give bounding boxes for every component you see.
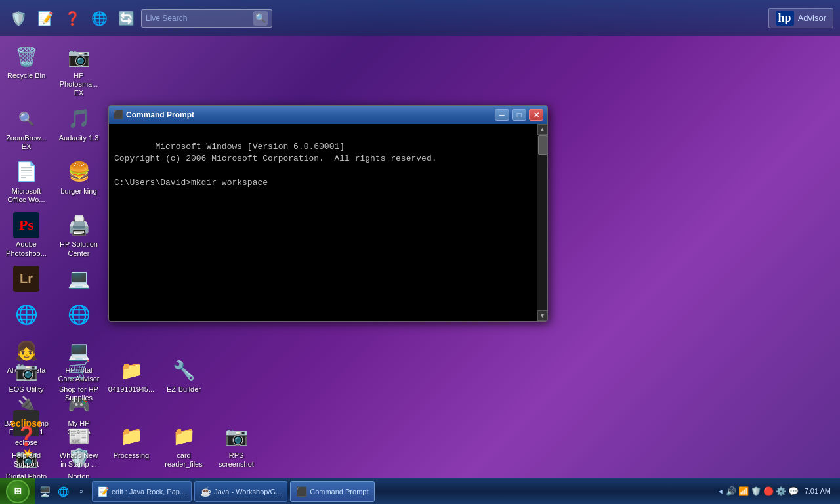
taskbar-cmd-label: Command Prompt [310,488,368,495]
desktop-icon-chrome1[interactable]: 🌐 [0,298,52,334]
notepad-toolbar-icon[interactable]: 📝 [33,7,57,30]
taskbar-arrow[interactable]: » [72,478,91,505]
desktop-icon-hp-photosmart[interactable]: 📷 HP Photosma...EX [52,39,105,102]
desktop-icon-recycle-bin[interactable]: 🗑️ Recycle Bin [0,39,52,102]
adobe-label: AdobePhotoshoo... [6,240,47,257]
top-toolbar: 🛡️ 📝 ❓ 🌐 🔄 🔍 hp Advisor [0,0,840,36]
ez-builder-label: EZ-Builder [167,385,201,394]
desktop-icon-hp-solution[interactable]: 🖨️ HP SolutionCenter [52,208,105,261]
hp-hp-icon: 💻 [66,266,92,292]
ms-office-label: MicrosoftOffice Wo... [7,187,45,204]
cmd-line4: C:\Users\David>mkdir workspace [114,178,268,188]
desktop-icon-rps[interactable]: 📷 RPSscreenshot [210,419,262,472]
tray-icon-5[interactable]: ⚙️ [776,486,786,496]
cmd-title-text: Command Prompt [126,110,492,119]
zoombrowser-label: ZoomBrow...EX [6,134,47,151]
cmd-window: ⬛ Command Prompt ─ □ ✕ Microsoft Windows… [108,105,548,322]
taskbar-java-workshop-button[interactable]: ☕ Java - Workshop/G... [194,481,287,502]
tray-icon-3[interactable]: 🛡️ [751,486,761,496]
taskbar-buttons: 📝 edit : Java Rock, Pap... ☕ Java - Work… [91,478,712,505]
eos-label: EOS Utility [9,385,43,394]
processing-label: Processing [114,452,149,460]
taskbar-java-edit-button[interactable]: 📝 edit : Java Rock, Pap... [92,481,192,502]
desktop-icon-ez-builder[interactable]: 🔧 EZ-Builder [158,353,210,406]
help-support-label: Help andSupport [12,452,41,469]
search-input[interactable] [146,14,238,23]
taskbar-java-edit-icon: 📝 [98,486,109,497]
adobe-icon: Ps [13,212,39,238]
ms-office-icon: 📄 [13,159,39,185]
scroll-down-arrow[interactable]: ▼ [537,310,548,321]
scroll-up-arrow[interactable]: ▲ [537,124,548,135]
desktop-icon-adobe[interactable]: Ps AdobePhotoshoo... [0,208,52,261]
desktop-icon-burger-king[interactable]: 🍔 burger king [52,155,105,208]
desktop-icon-hp-hp[interactable]: 💻 [52,262,105,298]
taskbar-ie-icon[interactable]: 🌐 [54,478,72,505]
desktop-icon-041910[interactable]: 📁 0419101945... [105,353,158,406]
hp-solution-label: HP SolutionCenter [60,240,98,257]
window-maximize-button[interactable]: □ [512,109,526,121]
desktop-icon-shop-hp[interactable]: 🛒 Shop for HPSupplies [52,353,105,406]
ez-builder-icon: 🔧 [171,357,197,383]
desktop-icon-ms-office[interactable]: 📄 MicrosoftOffice Wo... [0,155,52,208]
desktop-icon-lr[interactable]: Lr [0,262,52,298]
window-close-button[interactable]: ✕ [529,109,543,121]
burger-king-label: burger king [60,187,96,196]
taskbar-java-edit-label: edit : Java Rock, Pap... [112,488,186,495]
scroll-track[interactable] [537,135,548,310]
tray-expand-icon[interactable]: ◄ [717,488,724,495]
desktop-icon-chrome2[interactable]: 🌐 [52,298,105,334]
help-toolbar-icon[interactable]: ❓ [60,7,84,30]
audacity-label: Audacity 1.3 [59,134,99,142]
chrome1-icon: 🌐 [13,302,39,328]
desktop-icon-help-support[interactable]: ❓ Help andSupport [0,419,52,472]
window-minimize-button[interactable]: ─ [495,109,509,121]
search-bar: 🔍 [141,9,272,28]
taskbar-cmd-button[interactable]: ⬛ Command Prompt [290,481,374,502]
shield-toolbar-icon[interactable]: 🛡️ [7,7,30,30]
desktop-icon-processing[interactable]: 📁 Processing [105,419,158,472]
tray-icon-6[interactable]: 💬 [788,486,799,496]
desktop-icon-audacity[interactable]: 🎵 Audacity 1.3 [52,102,105,155]
hp-logo-icon: hp [776,10,794,26]
lr-icon: Lr [13,266,39,292]
taskbar-tray: ◄ 🔊 📶 🛡️ 🔴 ⚙️ 💬 7:01 AM [712,478,840,505]
shop-hp-label: Shop for HPSupplies [59,385,98,402]
burger-king-icon: 🍔 [66,159,92,185]
cmd-line1: Microsoft Windows [Version 6.0.60001] [155,142,345,152]
whats-new-icon: 📰 [66,423,92,450]
taskbar-show-desktop[interactable]: 🖥️ [35,478,54,505]
taskbar-java-workshop-icon: ☕ [200,486,211,497]
cmd-scrollbar[interactable]: ▲ ▼ [537,124,547,321]
hp-photosmart-label: HP Photosma...EX [55,72,102,98]
chrome2-icon: 🌐 [66,302,92,328]
cmd-titlebar[interactable]: ⬛ Command Prompt ─ □ ✕ [109,106,547,124]
network-toolbar-icon[interactable]: 🌐 [87,7,111,30]
tray-icon-2[interactable]: 📶 [738,486,749,496]
hp-advisor-button[interactable]: hp Advisor [768,8,833,28]
shop-hp-icon: 🛒 [66,357,92,383]
zoombrowser-icon: 🔍 [13,106,39,132]
hp-photosmart-icon: 📷 [66,43,92,70]
start-button[interactable]: ⊞ [0,478,35,505]
card-reader-icon: 📁 [171,423,197,450]
rps-label: RPSscreenshot [219,452,254,469]
desktop-icon-card-reader[interactable]: 📁 cardreader_files [158,419,210,472]
desktop-icon-whats-new[interactable]: 📰 What's Newin Stamp ... [52,419,105,472]
help-support-icon: ❓ [13,423,39,450]
tray-icon-4[interactable]: 🔴 [763,486,774,496]
start-orb: ⊞ [6,480,30,503]
eos-icon: 📷 [13,357,39,383]
search-button[interactable]: 🔍 [253,11,268,26]
audacity-icon: 🎵 [66,106,92,132]
whats-new-label: What's Newin Stamp ... [60,452,98,469]
scroll-thumb[interactable] [538,135,547,155]
tray-icon-1[interactable]: 🔊 [726,486,736,496]
cmd-text-area[interactable]: Microsoft Windows [Version 6.0.60001] Co… [109,124,537,321]
sync-toolbar-icon[interactable]: 🔄 [114,7,138,30]
desktop-icon-eos[interactable]: 📷 EOS Utility [0,353,52,406]
desktop-icon-zoombrowser[interactable]: 🔍 ZoomBrow...EX [0,102,52,155]
taskbar-cmd-icon: ⬛ [296,486,307,497]
rps-icon: 📷 [223,423,249,450]
041910-icon: 📁 [118,357,144,383]
